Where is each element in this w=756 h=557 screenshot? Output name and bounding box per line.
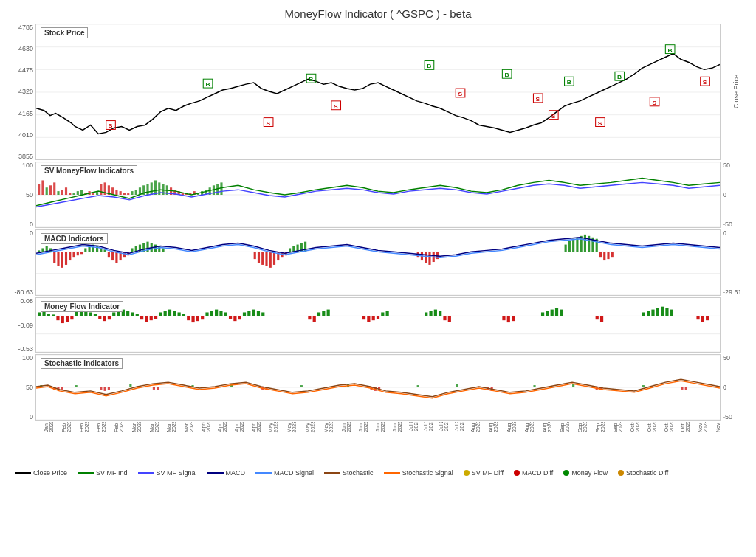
- svg-rect-142: [425, 252, 427, 263]
- svg-rect-101: [69, 252, 71, 260]
- svg-rect-272: [129, 384, 131, 387]
- svg-rect-218: [372, 316, 375, 320]
- svg-rect-254: [100, 387, 102, 390]
- svg-rect-148: [572, 239, 574, 252]
- svg-rect-65: [127, 193, 129, 195]
- svg-rect-213: [317, 312, 320, 316]
- svg-rect-164: [47, 314, 50, 316]
- svg-rect-268: [681, 387, 683, 390]
- svg-rect-185: [145, 316, 148, 322]
- mfi-svg: [36, 298, 720, 352]
- svg-rect-230: [512, 316, 515, 321]
- svg-rect-210: [261, 312, 264, 316]
- svg-rect-63: [120, 191, 122, 195]
- svg-rect-93: [38, 250, 40, 252]
- svg-rect-170: [75, 311, 78, 316]
- stochastic-label: Stochastic: [343, 469, 374, 477]
- svg-rect-47: [57, 191, 59, 195]
- svg-rect-64: [123, 193, 126, 195]
- svg-text:S: S: [458, 91, 462, 97]
- sv-mf-diff-dot-icon: [464, 470, 470, 476]
- svg-rect-147: [568, 241, 571, 252]
- svg-rect-125: [162, 248, 164, 252]
- stoch-diff-label: Stochastic Diff: [626, 469, 668, 477]
- svg-rect-100: [65, 252, 67, 265]
- svg-rect-226: [443, 316, 446, 320]
- legend-stochastic: Stochastic: [324, 469, 374, 477]
- price-svg: B B B B B B B S: [36, 24, 720, 159]
- svg-text:B: B: [309, 76, 313, 83]
- svg-text:B: B: [505, 72, 509, 78]
- chart-title: MoneyFlow Indicator ( ^GSPC ) - beta: [7, 7, 749, 20]
- macd-signal-label: MACD Signal: [274, 469, 314, 477]
- svg-rect-143: [428, 252, 430, 265]
- stoch-panel: Stochastic Indicators: [35, 354, 721, 421]
- money-flow-dot-icon: [563, 470, 569, 476]
- svg-rect-94: [41, 248, 44, 252]
- mfi-panel: Money Flow Indicator: [35, 297, 721, 353]
- money-flow-label: Money Flow: [571, 469, 608, 477]
- svg-rect-236: [596, 316, 599, 319]
- svg-rect-216: [362, 316, 365, 319]
- svg-rect-45: [49, 185, 52, 195]
- svg-rect-271: [75, 385, 78, 387]
- svg-rect-191: [173, 311, 176, 316]
- svg-rect-207: [247, 311, 250, 316]
- svg-text:S: S: [334, 103, 338, 110]
- sv-mf-panel-wrapper: 100 50 0 SV MoneyFlow Indicators: [7, 162, 749, 228]
- svg-rect-212: [313, 316, 316, 322]
- price-panel: Stock Price B B: [35, 24, 721, 160]
- svg-text:S: S: [266, 120, 270, 127]
- svg-rect-156: [603, 252, 605, 260]
- svg-rect-192: [178, 312, 181, 316]
- svg-rect-186: [150, 316, 153, 320]
- stoch-y-left: 100 50 0: [7, 354, 35, 421]
- stoch-diff-dot-icon: [618, 470, 624, 476]
- svg-rect-184: [140, 316, 143, 319]
- svg-rect-224: [434, 310, 437, 316]
- svg-rect-131: [273, 252, 275, 265]
- legend-macd-diff: MACD Diff: [514, 469, 553, 477]
- svg-text:B: B: [617, 74, 622, 80]
- svg-rect-158: [611, 252, 614, 257]
- svg-rect-175: [98, 316, 101, 319]
- sv-mf-y-left: 100 50 0: [7, 162, 35, 228]
- svg-rect-61: [111, 187, 114, 195]
- legend-stoch-diff: Stochastic Diff: [618, 469, 668, 477]
- svg-text:B: B: [567, 79, 571, 86]
- svg-rect-178: [112, 312, 115, 316]
- svg-rect-111: [108, 252, 110, 257]
- svg-rect-206: [243, 312, 246, 316]
- legend-close-price: Close Price: [15, 469, 67, 477]
- svg-rect-43: [41, 180, 44, 195]
- svg-rect-105: [84, 248, 86, 252]
- svg-rect-42: [38, 184, 40, 195]
- svg-rect-211: [308, 316, 311, 319]
- svg-rect-257: [153, 387, 155, 390]
- svg-rect-189: [164, 311, 167, 316]
- svg-rect-194: [187, 316, 190, 320]
- svg-rect-205: [238, 316, 241, 319]
- svg-rect-243: [665, 308, 668, 316]
- svg-rect-278: [456, 384, 458, 387]
- svg-rect-237: [600, 316, 603, 322]
- stochastic-signal-line-icon: [384, 472, 400, 474]
- price-y-left: 4785 4630 4475 4320 4165 4010 3855: [7, 24, 35, 160]
- svg-rect-62: [115, 190, 117, 195]
- svg-rect-240: [651, 310, 654, 316]
- svg-rect-98: [57, 252, 59, 266]
- svg-text:B: B: [667, 47, 672, 54]
- svg-rect-222: [425, 312, 427, 316]
- sv-mf-panel: SV MoneyFlow Indicators: [35, 162, 721, 228]
- svg-rect-200: [215, 310, 218, 316]
- svg-rect-229: [507, 316, 510, 322]
- svg-rect-209: [257, 311, 260, 316]
- svg-rect-275: [300, 385, 303, 387]
- stochastic-signal-label: Stochastic Signal: [402, 469, 453, 477]
- svg-rect-281: [642, 385, 645, 387]
- svg-rect-231: [541, 312, 544, 316]
- svg-text:S: S: [652, 100, 656, 106]
- svg-rect-58: [100, 184, 102, 195]
- macd-y-left: 0 -80.63: [7, 229, 35, 296]
- svg-rect-233: [551, 310, 554, 316]
